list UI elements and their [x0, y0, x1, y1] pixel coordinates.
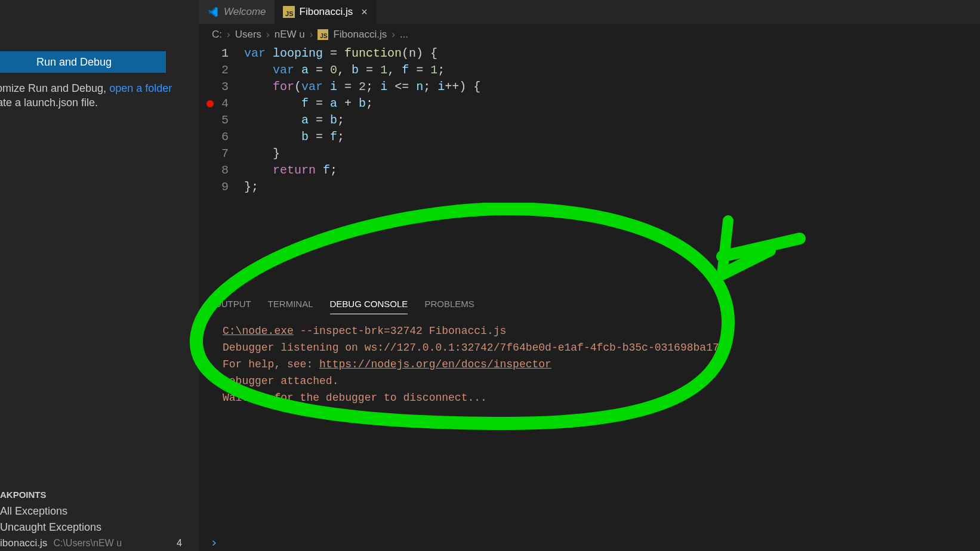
debug-console-output[interactable]: C:\node.exe --inspect-brk=32742 Fibonacc… [199, 318, 980, 411]
js-icon: JS [283, 6, 295, 18]
code-line[interactable]: var looping = function(n) { [244, 45, 480, 62]
breakpoint-file-row[interactable]: ibonacci.js C:\Users\nEW u 4 [0, 535, 199, 551]
console-line: For help, see: https://nodejs.org/en/doc… [223, 356, 956, 373]
line-number: 5 [217, 112, 229, 129]
console-line: Debugger attached. [223, 373, 956, 389]
chevron-right-icon: › [310, 29, 313, 41]
line-number: 3 [217, 79, 229, 95]
crumb-more[interactable]: ... [400, 29, 408, 41]
code-line[interactable]: return f; [244, 162, 480, 179]
tab-welcome[interactable]: Welcome [199, 0, 275, 24]
console-line: Waiting for the debugger to disconnect..… [223, 389, 956, 406]
breakpoint-file-path: C:\Users\nEW u [53, 538, 122, 549]
breakpoint-gutter[interactable] [204, 45, 217, 200]
tab-welcome-label: Welcome [224, 6, 266, 18]
line-number: 6 [217, 129, 229, 146]
js-icon: JS [318, 29, 328, 40]
customize-text: ustomize Run and Debug, open a folder cr… [0, 81, 199, 110]
code-line[interactable]: }; [244, 179, 480, 196]
breakpoints-section-header[interactable]: AKPOINTS [0, 486, 199, 503]
editor-area: Welcome JS Fibonacci.js × C: › Users › n… [199, 0, 980, 551]
crumb-users[interactable]: Users [235, 29, 261, 41]
code-line[interactable]: a = b; [244, 112, 480, 129]
console-help-link[interactable]: https://nodejs.org/en/docs/inspector [319, 358, 551, 370]
panel-tabs: OUTPUT TERMINAL DEBUG CONSOLE PROBLEMS [199, 290, 980, 318]
code-line[interactable]: f = a + b; [244, 95, 480, 112]
vscode-icon [207, 6, 219, 18]
crumb-file[interactable]: Fibonacci.js [333, 29, 387, 41]
panel-tab-terminal[interactable]: TERMINAL [268, 299, 313, 314]
line-number-gutter: 123456789 [217, 45, 244, 200]
breakpoint-dot-icon[interactable] [207, 100, 214, 107]
crumb-c[interactable]: C: [212, 29, 222, 41]
code-line[interactable]: for(var i = 2; i <= n; i++) { [244, 79, 480, 95]
line-number: 9 [217, 179, 229, 196]
run-and-debug-button[interactable]: Run and Debug [0, 51, 166, 73]
line-number: 7 [217, 146, 229, 162]
chevron-right-icon: › [227, 29, 230, 41]
editor-tabs: Welcome JS Fibonacci.js × [199, 0, 980, 24]
chevron-right-icon: › [266, 29, 270, 41]
tab-fibonacci[interactable]: JS Fibonacci.js × [275, 0, 376, 24]
code-editor[interactable]: 123456789 var looping = function(n) { va… [199, 45, 980, 200]
breakpoint-line-number: 4 [177, 538, 182, 549]
close-icon[interactable]: × [361, 6, 368, 18]
tab-file-label: Fibonacci.js [300, 6, 353, 18]
code-line[interactable]: } [244, 146, 480, 162]
breakpoint-file-name: ibonacci.js [0, 537, 47, 549]
debug-console-prompt-icon[interactable]: › [210, 535, 218, 550]
code-line[interactable]: var a = 0, b = 1, f = 1; [244, 62, 480, 79]
customize-prefix: ustomize Run and Debug, [0, 82, 109, 94]
line-number: 1 [217, 45, 229, 62]
crumb-newu[interactable]: nEW u [275, 29, 305, 41]
panel-tab-problems[interactable]: PROBLEMS [424, 299, 474, 314]
panel-tab-debug-console[interactable]: DEBUG CONSOLE [330, 299, 408, 314]
console-exe-link[interactable]: C:\node.exe [223, 325, 294, 337]
line-number: 2 [217, 62, 229, 79]
console-line: Debugger listening on ws://127.0.0.1:327… [223, 339, 956, 356]
code-line[interactable]: b = f; [244, 129, 480, 146]
console-line: C:\node.exe --inspect-brk=32742 Fibonacc… [223, 323, 956, 339]
panel-tab-output[interactable]: OUTPUT [214, 299, 251, 314]
open-folder-link[interactable]: open a folder [109, 82, 172, 94]
line-number: 8 [217, 162, 229, 179]
line-number: 4 [217, 95, 229, 112]
debug-sidebar: Run and Debug ustomize Run and Debug, op… [0, 0, 199, 551]
code-content[interactable]: var looping = function(n) { var a = 0, b… [244, 45, 480, 200]
breadcrumb[interactable]: C: › Users › nEW u › JS Fibonacci.js › .… [199, 24, 980, 45]
breakpoint-uncaught-exceptions[interactable]: Uncaught Exceptions [0, 519, 199, 535]
chevron-right-icon: › [392, 29, 395, 41]
customize-suffix: create a launch.json file. [0, 97, 98, 109]
breakpoint-all-exceptions[interactable]: All Exceptions [0, 503, 199, 519]
bottom-panel: OUTPUT TERMINAL DEBUG CONSOLE PROBLEMS C… [199, 290, 980, 411]
